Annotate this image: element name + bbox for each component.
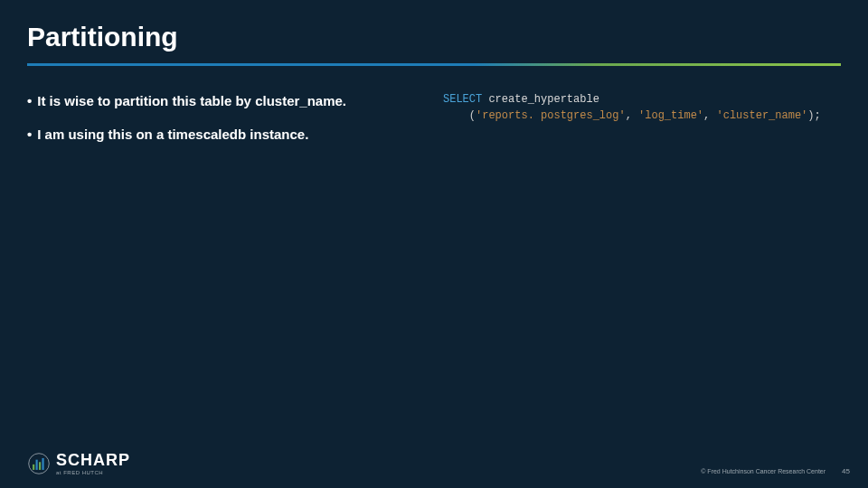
copyright-text: © Fred Hutchinson Cancer Research Center (701, 468, 826, 474)
logo-text-wrap: SCHARP at FRED HUTCH (56, 452, 130, 475)
bullet-dot: • (27, 125, 32, 145)
logo-subtext: at FRED HUTCH (56, 470, 130, 475)
bullet-item: • It is wise to partition this table by … (27, 91, 416, 112)
page-number: 45 (842, 467, 850, 475)
code-sep: , (703, 109, 716, 122)
footer: SCHARP at FRED HUTCH © Fred Hutchinson C… (27, 452, 850, 475)
code-string: 'log_time' (638, 109, 703, 122)
title-divider (27, 63, 841, 66)
code-keyword: SELECT (443, 93, 482, 106)
bullet-dot: • (27, 91, 32, 112)
svg-rect-4 (42, 458, 43, 470)
slide: Partitioning • It is wise to partition t… (0, 0, 868, 488)
svg-rect-3 (39, 462, 41, 470)
code-close: ); (807, 109, 820, 122)
logo-icon (27, 452, 51, 475)
code-block: SELECT create_hypertable ('reports. post… (443, 91, 841, 157)
slide-title: Partitioning (27, 22, 841, 52)
footer-right: © Fred Hutchinson Cancer Research Center… (701, 467, 850, 475)
svg-rect-2 (36, 460, 38, 470)
bullet-text: I am using this on a timescaledb instanc… (37, 125, 308, 145)
logo-text: SCHARP (56, 452, 130, 468)
code-func: create_hypertable (488, 93, 599, 106)
code-indent: ( (443, 109, 476, 122)
bullet-text: It is wise to partition this table by cl… (37, 91, 346, 112)
code-string: 'cluster_name' (716, 109, 807, 122)
logo: SCHARP at FRED HUTCH (27, 452, 130, 475)
code-string: 'reports. postgres_log' (476, 109, 626, 122)
code-sep: , (626, 109, 638, 122)
content-row: • It is wise to partition this table by … (27, 91, 841, 157)
bullet-list: • It is wise to partition this table by … (27, 91, 416, 157)
bullet-item: • I am using this on a timescaledb insta… (27, 125, 416, 145)
svg-rect-1 (33, 465, 34, 470)
